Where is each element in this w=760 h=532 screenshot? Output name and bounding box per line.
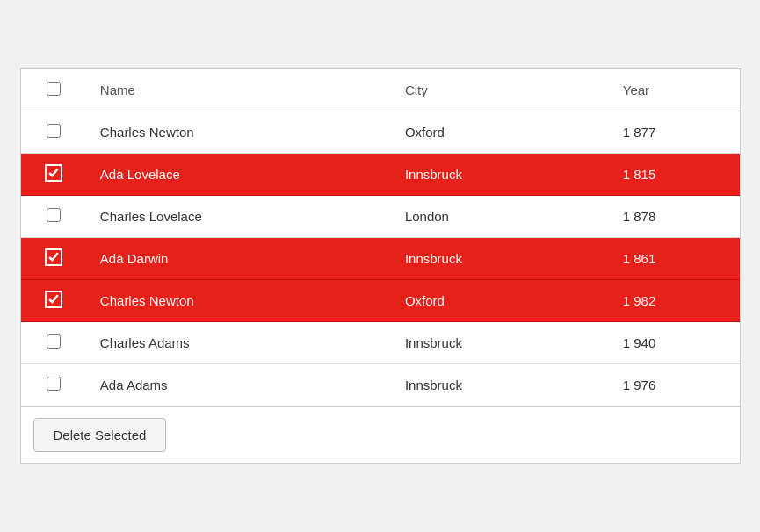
row-year: 1 878: [609, 196, 740, 238]
row-name: Ada Lovelace: [86, 154, 391, 196]
row-year: 1 815: [609, 154, 740, 196]
row-checkbox-cell[interactable]: [21, 111, 86, 154]
row-year: 1 976: [609, 364, 740, 406]
row-checkbox-cell[interactable]: [21, 364, 86, 406]
row-checkbox-cell[interactable]: [21, 238, 86, 280]
table-row: Charles NewtonOxford1 982: [21, 280, 740, 322]
row-name: Charles Newton: [86, 280, 391, 322]
data-table: Name City Year Charles NewtonOxford1 877…: [21, 69, 740, 406]
row-name: Charles Lovelace: [86, 196, 391, 238]
header-year: Year: [609, 69, 740, 111]
header-name: Name: [86, 69, 391, 111]
table-row: Charles NewtonOxford1 877: [21, 111, 740, 154]
row-name: Charles Adams: [86, 322, 391, 364]
row-year: 1 940: [609, 322, 740, 364]
row-year: 1 861: [609, 238, 740, 280]
row-checkbox-cell[interactable]: [21, 196, 86, 238]
table-row: Charles LovelaceLondon1 878: [21, 196, 740, 238]
row-checkbox[interactable]: [47, 292, 61, 306]
row-checkbox[interactable]: [47, 334, 61, 349]
row-city: Oxford: [391, 111, 609, 154]
row-city: Oxford: [391, 280, 609, 322]
row-checkbox[interactable]: [47, 250, 61, 264]
row-checkbox-cell[interactable]: [21, 280, 86, 322]
header-city: City: [391, 69, 609, 111]
row-checkbox[interactable]: [47, 208, 61, 222]
row-year: 1 982: [609, 280, 740, 322]
row-city: Innsbruck: [391, 364, 609, 406]
header-row: Name City Year: [21, 69, 740, 111]
row-city: Innsbruck: [391, 238, 609, 280]
row-checkbox[interactable]: [47, 166, 61, 180]
table-wrapper: Name City Year Charles NewtonOxford1 877…: [21, 69, 740, 406]
row-city: London: [391, 196, 609, 238]
table-footer: Delete Selected: [21, 406, 740, 463]
row-checkbox-cell[interactable]: [21, 154, 86, 196]
row-name: Charles Newton: [86, 111, 391, 154]
row-name: Ada Adams: [86, 364, 391, 406]
delete-selected-button[interactable]: Delete Selected: [33, 418, 167, 452]
row-name: Ada Darwin: [86, 238, 391, 280]
row-city: Innsbruck: [391, 154, 609, 196]
row-year: 1 877: [609, 111, 740, 154]
header-checkbox-cell: [21, 69, 86, 111]
row-checkbox-cell[interactable]: [21, 322, 86, 364]
table-row: Ada AdamsInnsbruck1 976: [21, 364, 740, 406]
select-all-checkbox[interactable]: [47, 82, 61, 96]
row-checkbox[interactable]: [47, 377, 61, 391]
row-checkbox[interactable]: [47, 124, 61, 138]
main-container: Name City Year Charles NewtonOxford1 877…: [20, 68, 741, 464]
table-row: Charles AdamsInnsbruck1 940: [21, 322, 740, 364]
table-row: Ada DarwinInnsbruck1 861: [21, 238, 740, 280]
table-row: Ada LovelaceInnsbruck1 815: [21, 154, 740, 196]
row-city: Innsbruck: [391, 322, 609, 364]
